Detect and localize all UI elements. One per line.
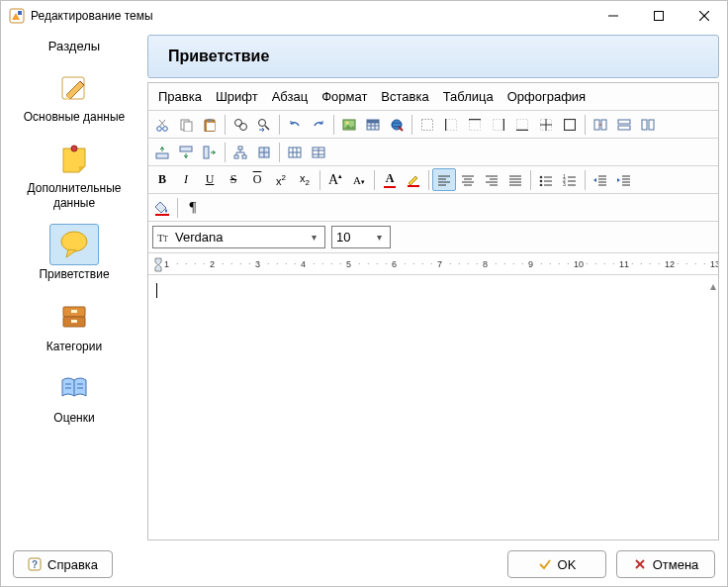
align-left-button[interactable] — [432, 168, 456, 191]
strike-button[interactable]: S — [222, 168, 245, 191]
align-justify-button[interactable] — [503, 168, 527, 191]
subscript-button[interactable]: x2 — [293, 168, 317, 191]
border-inner-button[interactable] — [534, 113, 558, 136]
menu-table[interactable]: Таблица — [437, 86, 500, 107]
insert-table-button[interactable] — [361, 113, 385, 136]
menu-format[interactable]: Формат — [316, 86, 373, 107]
close-button[interactable] — [682, 1, 727, 31]
cut-button[interactable] — [150, 113, 174, 136]
find-button[interactable] — [228, 113, 252, 136]
pencil-paper-icon — [58, 71, 90, 103]
sidebar-item-greeting[interactable]: Приветствие — [5, 219, 143, 286]
split-cells-v-button[interactable] — [612, 113, 636, 136]
indent-increase-button[interactable] — [612, 168, 636, 191]
number-list-button[interactable]: 123 — [558, 168, 582, 191]
document-textarea[interactable]: ▴ — [148, 275, 718, 539]
superscript-button[interactable]: x2 — [269, 168, 293, 191]
paragraph-mark-button[interactable]: ¶ — [181, 196, 205, 219]
minimize-button[interactable] — [591, 1, 636, 31]
footer: ? Справка OK Отмена — [1, 542, 727, 586]
redo-button[interactable] — [307, 113, 330, 136]
menu-insert[interactable]: Вставка — [375, 86, 434, 107]
insert-object-button[interactable] — [385, 113, 409, 136]
copy-button[interactable] — [174, 113, 198, 136]
menu-edit[interactable]: Правка — [152, 86, 208, 107]
font-family-combo[interactable]: TT Verdana ▾ — [152, 226, 325, 248]
svg-rect-53 — [565, 119, 576, 130]
tree-button[interactable] — [228, 141, 252, 163]
border-left-button[interactable] — [439, 113, 463, 136]
align-right-button[interactable] — [480, 168, 503, 191]
overline-button[interactable]: O — [245, 168, 269, 191]
svg-rect-77 — [408, 185, 419, 187]
border-outer-button[interactable] — [558, 113, 582, 136]
menu-paragraph[interactable]: Абзац — [266, 86, 314, 107]
window-title: Редактирование темы — [31, 9, 591, 23]
ruler[interactable]: 1 2 3 4 5 6 7 8 9 10 11 12 13 14 — [148, 253, 718, 275]
sidebar-item-label: Приветствие — [39, 267, 109, 281]
svg-point-7 — [71, 146, 77, 151]
editor-panel: Правка Шрифт Абзац Формат Вставка Таблиц… — [147, 82, 719, 540]
insert-col-button[interactable] — [198, 141, 222, 163]
svg-text:3: 3 — [563, 181, 566, 186]
border-none-button[interactable] — [415, 113, 439, 136]
italic-button[interactable]: I — [174, 168, 198, 191]
border-right-button[interactable] — [487, 113, 510, 136]
border-top-button[interactable] — [463, 113, 487, 136]
align-center-button[interactable] — [456, 168, 480, 191]
svg-rect-65 — [242, 155, 246, 158]
svg-point-96 — [540, 179, 543, 182]
border-bottom-button[interactable] — [510, 113, 534, 136]
merge-cells-button[interactable] — [589, 113, 612, 136]
font-color-button[interactable]: A — [378, 168, 402, 191]
insert-row-below-button[interactable] — [174, 141, 198, 163]
help-icon: ? — [28, 557, 42, 571]
insert-row-above-button[interactable] — [150, 141, 174, 163]
svg-rect-54 — [594, 120, 599, 130]
underline-button[interactable]: U — [198, 168, 222, 191]
split-cells-h-button[interactable] — [636, 113, 660, 136]
menu-font[interactable]: Шрифт — [210, 86, 264, 107]
font-icon: TT — [157, 231, 171, 245]
table-grid2-button[interactable] — [307, 141, 330, 163]
table-grid1-button[interactable] — [283, 141, 307, 163]
svg-point-8 — [61, 232, 87, 251]
drawer-icon — [58, 301, 90, 333]
cancel-button[interactable]: Отмена — [616, 550, 715, 578]
undo-button[interactable] — [283, 113, 307, 136]
maximize-button[interactable] — [636, 1, 682, 31]
cell-props-button[interactable] — [252, 141, 276, 163]
svg-rect-26 — [208, 119, 212, 122]
bold-button[interactable]: B — [150, 168, 174, 191]
font-selector-row: TT Verdana ▾ 10 ▾ — [148, 222, 718, 253]
ok-button[interactable]: OK — [507, 550, 606, 578]
insert-image-button[interactable] — [337, 113, 361, 136]
sidebar-item-grades[interactable]: Оценки — [5, 362, 143, 430]
app-icon — [9, 8, 25, 24]
font-size-combo[interactable]: 10 ▾ — [331, 226, 391, 248]
font-grow-button[interactable]: A▴ — [323, 168, 347, 191]
svg-point-94 — [540, 175, 543, 178]
sidebar-item-main-data[interactable]: Основные данные — [5, 61, 143, 129]
bullet-list-button[interactable] — [534, 168, 558, 191]
dialog-window: Редактирование темы Разделы Основные дан… — [0, 0, 728, 587]
svg-rect-58 — [642, 120, 647, 130]
svg-text:?: ? — [32, 559, 38, 570]
svg-line-30 — [265, 126, 269, 130]
scroll-up-icon[interactable]: ▴ — [710, 279, 716, 293]
sidebar-item-categories[interactable]: Категории — [5, 291, 143, 358]
font-shrink-button[interactable]: A▾ — [347, 168, 371, 191]
svg-point-32 — [346, 121, 349, 124]
replace-button[interactable] — [252, 113, 276, 136]
book-icon — [58, 372, 90, 404]
menu-spelling[interactable]: Орфография — [501, 86, 592, 107]
highlight-button[interactable] — [402, 168, 425, 191]
fill-color-button[interactable] — [150, 196, 174, 219]
help-button[interactable]: ? Справка — [13, 550, 113, 578]
paste-button[interactable] — [198, 113, 222, 136]
toolbar-row-3: B I U S O x2 x2 A▴ A▾ A — [148, 166, 718, 194]
svg-rect-38 — [367, 120, 379, 123]
sidebar-item-additional-data[interactable]: Дополнительные данные — [5, 133, 143, 215]
indent-decrease-button[interactable] — [589, 168, 612, 191]
chevron-down-icon: ▾ — [372, 232, 386, 243]
